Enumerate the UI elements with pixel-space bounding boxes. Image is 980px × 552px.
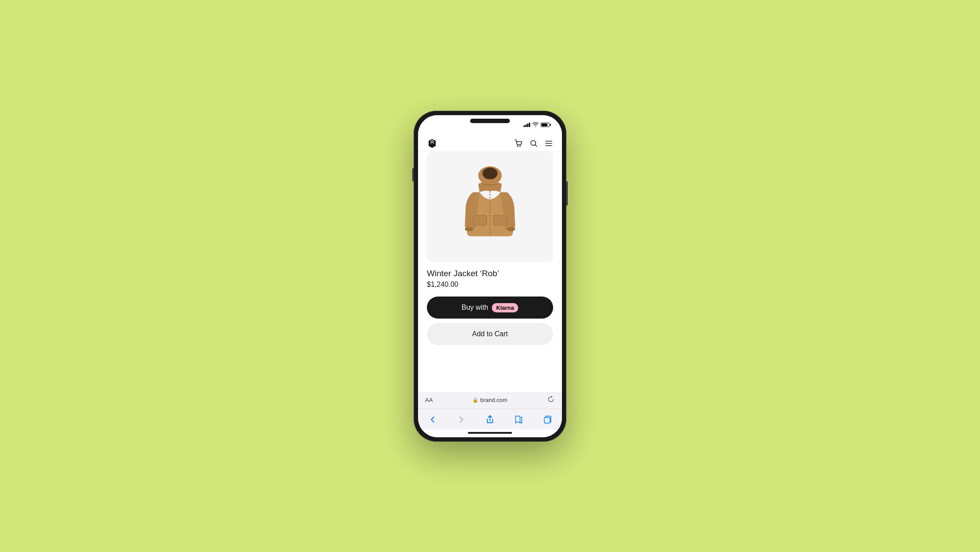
nav-bar [418, 135, 562, 152]
brand-logo-icon [427, 138, 437, 149]
svg-point-9 [507, 227, 515, 231]
product-price: $1,240.00 [427, 281, 553, 289]
add-to-cart-button[interactable]: Add to Cart [427, 323, 553, 345]
status-bar [418, 115, 562, 135]
svg-point-0 [517, 145, 519, 146]
product-image [459, 165, 521, 249]
nav-actions [514, 139, 553, 148]
klarna-badge: Klarna [492, 303, 518, 312]
search-icon [529, 139, 538, 148]
tabs-button[interactable] [539, 412, 555, 428]
product-title: Winter Jacket ‘Rob’ [427, 268, 553, 279]
svg-rect-7 [494, 215, 507, 225]
home-indicator [418, 429, 562, 437]
safari-toolbar [418, 409, 562, 429]
product-image-container [427, 152, 553, 262]
search-button[interactable] [529, 139, 538, 148]
brand-logo [427, 138, 437, 149]
refresh-button[interactable] [547, 395, 555, 405]
svg-point-4 [482, 167, 498, 179]
browser-url[interactable]: 🔒 brand.com [472, 397, 507, 403]
lock-icon: 🔒 [472, 397, 479, 403]
product-content: Winter Jacket ‘Rob’ $1,240.00 Buy with K… [418, 152, 562, 392]
wifi-icon [532, 122, 539, 128]
cart-icon [514, 139, 523, 148]
svg-rect-10 [544, 417, 550, 423]
forward-button[interactable] [453, 412, 469, 428]
svg-rect-6 [473, 215, 486, 225]
battery-icon [541, 123, 550, 127]
phone-device: Winter Jacket ‘Rob’ $1,240.00 Buy with K… [414, 111, 566, 442]
phone-screen: Winter Jacket ‘Rob’ $1,240.00 Buy with K… [418, 115, 562, 437]
menu-button[interactable] [544, 139, 553, 148]
svg-point-1 [520, 145, 521, 146]
share-button[interactable] [482, 412, 498, 428]
back-button[interactable] [425, 412, 441, 428]
svg-point-8 [465, 227, 473, 231]
home-indicator-bar [468, 432, 512, 434]
bookmarks-button[interactable] [511, 412, 527, 428]
cart-button[interactable] [514, 139, 523, 148]
phone-pill [470, 119, 510, 123]
text-size-control[interactable]: AA [425, 397, 433, 403]
add-to-cart-label: Add to Cart [472, 330, 508, 338]
url-text: brand.com [480, 397, 507, 403]
status-icons [524, 122, 550, 128]
menu-icon [544, 139, 553, 148]
signal-icon [524, 123, 530, 127]
buy-klarna-prefix: Buy with [462, 304, 488, 312]
browser-bar: AA 🔒 brand.com [418, 392, 562, 409]
buy-klarna-button[interactable]: Buy with Klarna [427, 297, 553, 319]
